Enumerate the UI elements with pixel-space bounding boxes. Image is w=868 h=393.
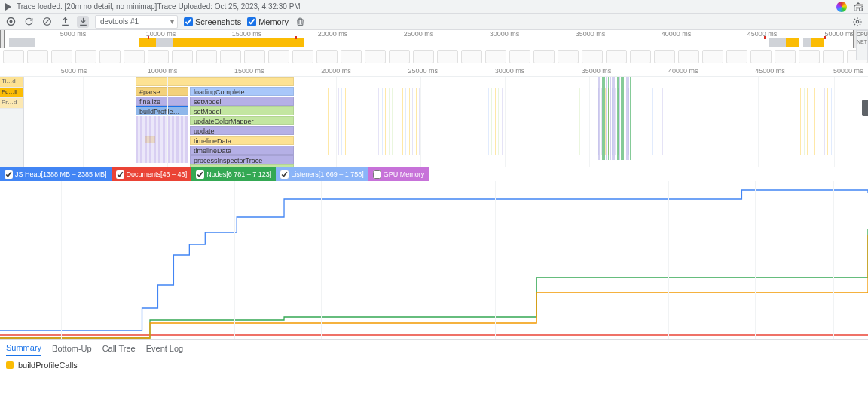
tab-bottom-up[interactable]: Bottom-Up [52, 342, 92, 355]
legend-documents-label: Documents[46 – 46] [127, 170, 188, 178]
screenshots-input[interactable] [184, 17, 193, 26]
counters-legend: JS Heap[1388 MB – 2385 MB] Documents[46 … [0, 167, 868, 181]
flame-loadingcomplete[interactable]: loadingComplete [190, 87, 294, 96]
overview-timeline[interactable]: 5000 ms10000 ms15000 ms20000 ms25000 ms3… [0, 30, 868, 48]
screenshot-thumb[interactable] [196, 50, 217, 63]
legend-documents-cb[interactable] [116, 170, 124, 179]
screenshot-thumb[interactable] [244, 50, 265, 63]
flame-task[interactable] [136, 77, 294, 86]
screenshot-thumb[interactable] [726, 50, 747, 63]
upload-button[interactable] [59, 16, 71, 28]
legend-jsheap-cb[interactable] [5, 170, 13, 179]
screenshot-thumb[interactable] [413, 50, 434, 63]
legend-listeners-label: Listeners[1 669 – 1 758] [291, 170, 364, 178]
screenshot-thumb[interactable] [750, 50, 772, 63]
tab-summary[interactable]: Summary [6, 341, 41, 356]
screenshot-thumb[interactable] [27, 50, 48, 63]
profile-icon[interactable] [836, 2, 847, 12]
screenshot-thumb[interactable] [485, 50, 506, 63]
garbage-collect-button[interactable] [295, 16, 307, 28]
svg-point-3 [856, 20, 859, 23]
screenshots-checkbox[interactable]: Screenshots [184, 17, 241, 26]
legend-gpu-cb[interactable] [373, 170, 381, 179]
screenshot-thumb[interactable] [292, 50, 313, 63]
screenshot-thumb[interactable] [558, 50, 579, 63]
overview-handle-left[interactable] [0, 30, 5, 48]
screenshot-thumb[interactable] [775, 50, 796, 63]
memory-checkbox[interactable]: Memory [247, 17, 289, 26]
screenshot-thumb[interactable] [606, 50, 627, 63]
screenshot-thumb[interactable] [509, 50, 530, 63]
track-main[interactable]: Pr…d [0, 98, 23, 109]
summary-color-icon [6, 361, 14, 369]
screenshot-thumb[interactable] [582, 50, 603, 63]
legend-gpu[interactable]: GPU Memory [368, 167, 429, 181]
flame-appendtrackatlevel[interactable]: appendTrackAtLevel [190, 164, 294, 167]
screenshot-thumb[interactable] [124, 50, 145, 63]
screenshot-thumb[interactable] [823, 50, 844, 63]
screenshot-thumb[interactable] [341, 50, 362, 63]
flame-area[interactable]: otasks #parse finalize buildProfileCalls… [24, 77, 868, 167]
flame-timelinedata1[interactable]: timelineData [190, 136, 294, 145]
play-icon[interactable] [5, 3, 12, 11]
flame-parse[interactable]: #parse [136, 87, 188, 96]
tab-event-log[interactable]: Event Log [146, 342, 184, 355]
flame-buildprofilecalls[interactable]: buildProfileCalls [136, 106, 188, 115]
counters-svg [0, 181, 868, 339]
reload-button[interactable] [23, 16, 35, 28]
screenshot-thumb[interactable] [389, 50, 410, 63]
screenshot-thumb[interactable] [365, 50, 386, 63]
screenshot-thumb[interactable] [51, 50, 72, 63]
legend-listeners-cb[interactable] [280, 170, 289, 179]
flame-processinspectortrace[interactable]: processInspectorTrace [190, 155, 294, 164]
track-timings[interactable]: Ti…d [0, 77, 23, 88]
net-label: NET [857, 38, 867, 46]
flame-updatecolormapper[interactable]: updateColorMapper [190, 116, 294, 125]
screenshot-thumb[interactable] [220, 50, 241, 63]
legend-listeners[interactable]: Listeners[1 669 – 1 758] [276, 167, 368, 181]
context-select[interactable]: devtools #1 [95, 15, 178, 29]
side-panel-toggle[interactable] [862, 100, 868, 116]
trace-uploaded-text: Trace Uploaded: Oct 25, 2023, 4:32:30 PM [157, 2, 300, 11]
clear-button[interactable] [41, 16, 53, 28]
flame-timelinedata2[interactable]: timelineData [190, 146, 294, 155]
screenshot-strip[interactable] [0, 48, 868, 66]
screenshot-thumb[interactable] [316, 50, 338, 63]
download-button[interactable] [77, 16, 89, 28]
screenshot-thumb[interactable] [3, 50, 24, 63]
tab-call-tree[interactable]: Call Tree [102, 342, 136, 355]
screenshot-thumb[interactable] [148, 50, 169, 63]
flame-update[interactable]: update [190, 126, 294, 135]
legend-nodes-label: Nodes[6 781 – 7 123] [206, 170, 271, 178]
legend-nodes-cb[interactable] [196, 170, 204, 179]
screenshot-thumb[interactable] [461, 50, 482, 63]
counters-chart[interactable] [0, 181, 868, 339]
memory-input[interactable] [247, 17, 256, 26]
legend-jsheap-label: JS Heap[1388 MB – 2385 MB] [15, 170, 107, 178]
flame-axis: 5000 ms10000 ms15000 ms20000 ms25000 ms3… [0, 66, 868, 77]
legend-documents[interactable]: Documents[46 – 46] [112, 167, 192, 181]
screenshot-thumb[interactable] [678, 50, 699, 63]
legend-nodes[interactable]: Nodes[6 781 – 7 123] [191, 167, 276, 181]
settings-button[interactable] [851, 16, 863, 28]
track-frames[interactable]: Fu…ll [0, 88, 23, 98]
flame-finalize[interactable]: finalize [136, 97, 188, 106]
screenshot-thumb[interactable] [268, 50, 289, 63]
record-button[interactable] [5, 16, 17, 28]
screenshot-thumb[interactable] [437, 50, 458, 63]
flame-setmodel1[interactable]: setModel [190, 97, 294, 106]
screenshot-thumb[interactable] [630, 50, 651, 63]
screenshot-thumb[interactable] [654, 50, 675, 63]
screenshot-thumb[interactable] [533, 50, 555, 63]
legend-jsheap[interactable]: JS Heap[1388 MB – 2385 MB] [0, 167, 112, 181]
screenshot-thumb[interactable] [75, 50, 96, 63]
screenshot-thumb[interactable] [799, 50, 820, 63]
memory-label: Memory [258, 17, 289, 26]
screenshot-thumb[interactable] [99, 50, 121, 63]
legend-gpu-label: GPU Memory [384, 170, 425, 178]
flame-setmodel2[interactable]: setModel [190, 106, 294, 115]
flame-self-time [136, 116, 188, 163]
screenshot-thumb[interactable] [702, 50, 723, 63]
screenshot-thumb[interactable] [172, 50, 193, 63]
flame-chart[interactable]: Ti…d Fu…ll Pr…d otasks #parse finalize b… [0, 77, 868, 167]
